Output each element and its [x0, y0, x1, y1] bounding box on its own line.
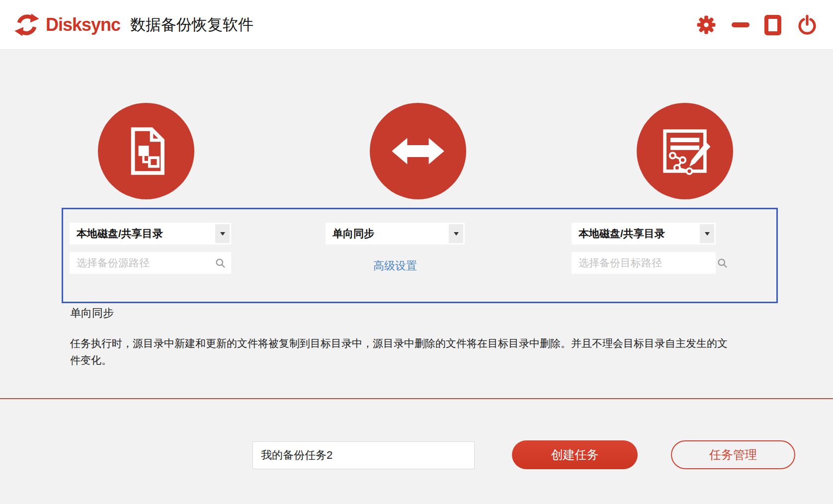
- sync-mode-circle: [370, 103, 466, 199]
- settings-gear-icon[interactable]: [696, 14, 717, 35]
- task-name-input[interactable]: [252, 441, 475, 469]
- source-step-circle: [98, 103, 194, 199]
- app-window: Disksync 数据备份恢复软件: [0, 0, 833, 504]
- source-path-input[interactable]: [70, 252, 215, 274]
- dropdown-arrow-icon[interactable]: [700, 224, 714, 243]
- target-type-dropdown[interactable]: 本地磁盘/共享目录: [572, 223, 716, 245]
- target-type-value: 本地磁盘/共享目录: [572, 227, 700, 241]
- power-close-icon[interactable]: [796, 14, 818, 36]
- section-divider: [0, 398, 833, 399]
- mode-description: 任务执行时，源目录中新建和更新的文件将被复制到目标目录中，源目录中删除的文件将在…: [70, 335, 731, 369]
- source-type-value: 本地磁盘/共享目录: [70, 227, 215, 241]
- document-edit-icon: [657, 123, 713, 179]
- sync-mode-dropdown[interactable]: 单向同步: [326, 223, 465, 245]
- sync-mode-value: 单向同步: [326, 227, 449, 241]
- target-path-input[interactable]: [572, 252, 717, 274]
- maximize-icon[interactable]: [764, 15, 781, 35]
- target-path-field: [572, 252, 716, 274]
- search-icon[interactable]: [215, 258, 226, 268]
- document-tree-icon: [119, 124, 173, 178]
- mode-title: 单向同步: [70, 306, 114, 321]
- target-step-circle: [637, 103, 733, 199]
- source-type-dropdown[interactable]: 本地磁盘/共享目录: [70, 223, 231, 245]
- dropdown-arrow-icon[interactable]: [215, 224, 230, 243]
- title-bar: Disksync 数据备份恢复软件: [0, 0, 833, 50]
- search-icon[interactable]: [717, 258, 728, 268]
- window-controls: [696, 0, 818, 50]
- manage-task-button[interactable]: 任务管理: [671, 440, 795, 469]
- advanced-settings-link[interactable]: 高级设置: [326, 258, 465, 273]
- app-title: 数据备份恢复软件: [130, 14, 253, 35]
- minimize-icon[interactable]: [732, 22, 750, 27]
- disksync-logo-icon: [13, 11, 41, 39]
- dropdown-arrow-icon[interactable]: [449, 224, 463, 243]
- brand-name: Disksync: [46, 14, 120, 35]
- source-path-field: [70, 252, 231, 274]
- create-task-button[interactable]: 创建任务: [512, 440, 638, 469]
- double-arrow-icon: [388, 121, 448, 181]
